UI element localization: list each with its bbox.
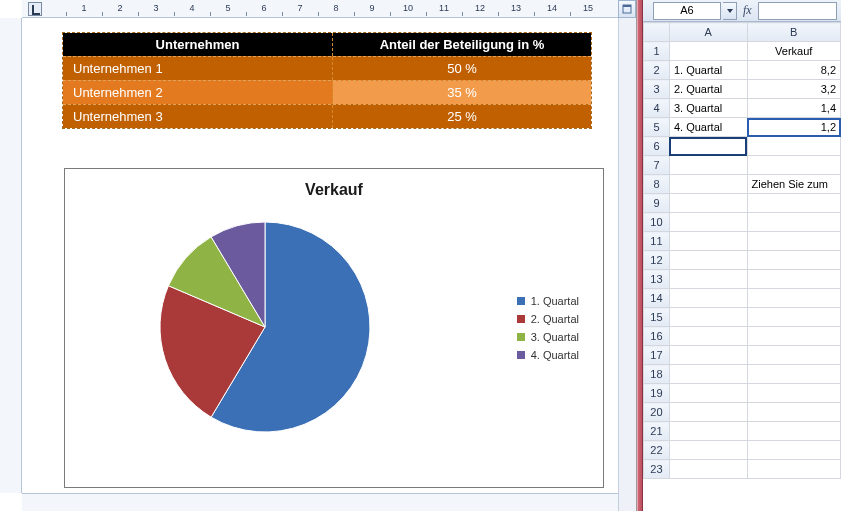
cell[interactable]: [669, 194, 747, 213]
cell[interactable]: 8,2: [747, 61, 840, 80]
cell[interactable]: [669, 232, 747, 251]
cell[interactable]: [669, 441, 747, 460]
row-header[interactable]: 22: [644, 441, 670, 460]
cell[interactable]: [747, 403, 840, 422]
row-header[interactable]: 13: [644, 270, 670, 289]
name-box-dropdown[interactable]: [723, 2, 737, 20]
cell[interactable]: [747, 213, 840, 232]
cell[interactable]: [747, 327, 840, 346]
row-header[interactable]: 5: [644, 118, 670, 137]
row-header[interactable]: 1: [644, 42, 670, 61]
table-cell-name[interactable]: Unternehmen 3: [63, 105, 333, 128]
row-header[interactable]: 9: [644, 194, 670, 213]
spreadsheet-grid[interactable]: AB1Verkauf21. Quartal8,232. Quartal3,243…: [643, 22, 841, 511]
row-header[interactable]: 15: [644, 308, 670, 327]
cell[interactable]: [669, 289, 747, 308]
row-header[interactable]: 8: [644, 175, 670, 194]
cell[interactable]: [747, 365, 840, 384]
formula-bar[interactable]: [758, 2, 837, 20]
cell[interactable]: 4. Quartal: [669, 118, 747, 137]
cell[interactable]: Ziehen Sie zum: [747, 175, 840, 194]
table-cell-value[interactable]: 50 %: [333, 57, 591, 80]
cell[interactable]: [747, 251, 840, 270]
cell[interactable]: 3,2: [747, 80, 840, 99]
ruler-toggle-button[interactable]: [618, 0, 636, 18]
fx-icon[interactable]: fx: [743, 3, 752, 18]
cell[interactable]: [747, 441, 840, 460]
company-share-table[interactable]: Unternehmen Anteil der Beteiligung in % …: [62, 32, 592, 129]
row-header[interactable]: 10: [644, 213, 670, 232]
row-header[interactable]: 4: [644, 99, 670, 118]
cell[interactable]: [669, 270, 747, 289]
cell[interactable]: [747, 308, 840, 327]
select-all-corner[interactable]: [644, 23, 670, 42]
row-header[interactable]: 11: [644, 232, 670, 251]
cell[interactable]: [669, 460, 747, 479]
cell[interactable]: [747, 270, 840, 289]
table-header-company[interactable]: Unternehmen: [63, 33, 333, 56]
table-header-share[interactable]: Anteil der Beteiligung in %: [333, 33, 591, 56]
cell[interactable]: 1,4: [747, 99, 840, 118]
column-header[interactable]: B: [747, 23, 840, 42]
vertical-scrollbar[interactable]: [618, 18, 636, 511]
legend-swatch: [517, 297, 525, 305]
cell[interactable]: [669, 213, 747, 232]
row-header[interactable]: 2: [644, 61, 670, 80]
cell[interactable]: [747, 194, 840, 213]
row-header[interactable]: 6: [644, 137, 670, 156]
cell[interactable]: [747, 156, 840, 175]
cell[interactable]: [747, 422, 840, 441]
row-header[interactable]: 17: [644, 346, 670, 365]
row-header[interactable]: 19: [644, 384, 670, 403]
cell[interactable]: [747, 460, 840, 479]
row-header[interactable]: 20: [644, 403, 670, 422]
table-cell-name[interactable]: Unternehmen 2: [63, 81, 333, 104]
row-header[interactable]: 18: [644, 365, 670, 384]
horizontal-ruler-bottom[interactable]: [22, 493, 618, 511]
cell[interactable]: [669, 346, 747, 365]
table-cell-value[interactable]: 35 %: [333, 81, 591, 104]
cell[interactable]: [669, 42, 747, 61]
cell[interactable]: Verkauf: [747, 42, 840, 61]
row-header[interactable]: 7: [644, 156, 670, 175]
horizontal-ruler[interactable]: 123456789101112131415: [22, 0, 618, 18]
table-row[interactable]: Unternehmen 1 50 %: [63, 56, 591, 80]
row-header[interactable]: 3: [644, 80, 670, 99]
cell[interactable]: [669, 422, 747, 441]
cell[interactable]: [669, 327, 747, 346]
cell[interactable]: [669, 251, 747, 270]
row-header[interactable]: 16: [644, 327, 670, 346]
legend-label: 3. Quartal: [531, 331, 579, 343]
cell[interactable]: [669, 175, 747, 194]
name-box[interactable]: A6: [653, 2, 721, 20]
cell[interactable]: [747, 137, 840, 156]
cell[interactable]: [747, 232, 840, 251]
cell[interactable]: [669, 156, 747, 175]
ruler-number: 11: [439, 3, 449, 13]
cell[interactable]: [669, 137, 747, 156]
row-header[interactable]: 12: [644, 251, 670, 270]
column-header[interactable]: A: [669, 23, 747, 42]
cell[interactable]: [669, 308, 747, 327]
cell[interactable]: [747, 289, 840, 308]
table-row[interactable]: Unternehmen 2 35 %: [63, 80, 591, 104]
row-header[interactable]: 14: [644, 289, 670, 308]
cell[interactable]: [669, 365, 747, 384]
cell[interactable]: [747, 346, 840, 365]
cell[interactable]: 1. Quartal: [669, 61, 747, 80]
table-cell-name[interactable]: Unternehmen 1: [63, 57, 333, 80]
vertical-ruler[interactable]: [0, 18, 22, 493]
cell[interactable]: [669, 403, 747, 422]
cell[interactable]: [669, 384, 747, 403]
row-header[interactable]: 23: [644, 460, 670, 479]
cell[interactable]: 1,2: [747, 118, 840, 137]
cell[interactable]: [747, 384, 840, 403]
tab-selector-icon[interactable]: [28, 2, 42, 16]
table-row[interactable]: Unternehmen 3 25 %: [63, 104, 591, 128]
cell[interactable]: 3. Quartal: [669, 99, 747, 118]
table-cell-value[interactable]: 25 %: [333, 105, 591, 128]
cell[interactable]: 2. Quartal: [669, 80, 747, 99]
embedded-pie-chart[interactable]: Verkauf 1. Quartal2. Quartal3. Quartal4.…: [64, 168, 604, 488]
document-canvas[interactable]: Unternehmen Anteil der Beteiligung in % …: [22, 18, 618, 493]
row-header[interactable]: 21: [644, 422, 670, 441]
